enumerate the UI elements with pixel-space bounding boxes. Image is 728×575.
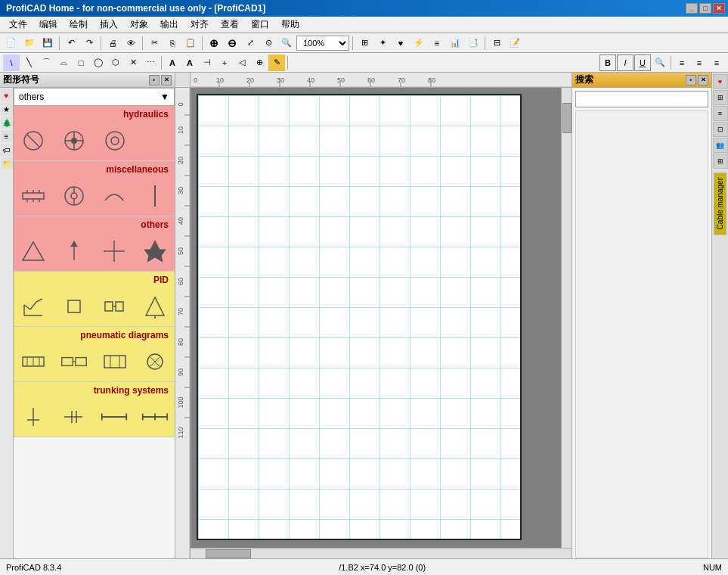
copy-button[interactable]: ⎘	[164, 35, 181, 51]
layer-button[interactable]: ⊟	[488, 35, 505, 51]
bus-tool[interactable]: +	[216, 54, 233, 71]
save-button[interactable]: 💾	[39, 35, 56, 51]
close-button[interactable]: ✕	[713, 3, 725, 14]
zoom-dropdown[interactable]: 100% 50% 75% 150% 200%	[296, 36, 349, 51]
right-tool-3[interactable]: ≡	[713, 106, 728, 121]
preview-button[interactable]: 👁	[122, 35, 139, 51]
symbol-misc-2[interactable]	[60, 182, 88, 210]
menu-file[interactable]: 文件	[3, 17, 33, 33]
line-tool[interactable]: ╲	[20, 54, 37, 71]
curve-tool[interactable]: ⌒	[38, 54, 54, 71]
symbol-trunk-1[interactable]	[20, 403, 47, 430]
rect-tool[interactable]: □	[73, 54, 89, 71]
category-dropdown[interactable]: others ▼	[14, 88, 175, 106]
select-tool[interactable]: \	[3, 54, 20, 71]
symbol-pid-1[interactable]	[20, 293, 47, 320]
right-tool-6[interactable]: ⊞	[713, 154, 728, 169]
symbol-others-4[interactable]	[141, 238, 169, 265]
menu-object[interactable]: 对象	[124, 17, 154, 33]
text-bold[interactable]: A	[181, 54, 198, 71]
symbol-hydraulics-1[interactable]	[20, 127, 47, 154]
symbol-pneu-4[interactable]	[141, 348, 169, 375]
junction-tool[interactable]: ⊕	[251, 54, 268, 71]
maximize-button[interactable]: □	[699, 3, 711, 14]
report-button[interactable]: 📊	[447, 35, 463, 51]
text-tool[interactable]: A	[164, 54, 181, 71]
align-left[interactable]: ≡	[674, 54, 690, 71]
symbol-trunk-4[interactable]	[141, 403, 169, 430]
vertical-scrollbar[interactable]	[561, 88, 572, 548]
scrollbar-thumb-h[interactable]	[206, 549, 251, 558]
zoom-actual-button[interactable]: ⊙	[260, 35, 277, 51]
symbol-misc-4[interactable]	[141, 182, 169, 210]
horizontal-scrollbar[interactable]	[191, 548, 572, 558]
symbol-pid-4[interactable]	[141, 293, 169, 320]
port-tool[interactable]: ◁	[234, 54, 250, 71]
paste-button[interactable]: 📋	[182, 35, 199, 51]
menu-edit[interactable]: 编辑	[33, 17, 64, 33]
menu-view[interactable]: 查看	[215, 17, 245, 33]
panel-close-button[interactable]: ✕	[161, 75, 172, 85]
symbol-pneu-3[interactable]	[101, 348, 129, 375]
symbol-others-2[interactable]	[60, 238, 88, 265]
open-button[interactable]: 📁	[21, 35, 38, 51]
undo-button[interactable]: ↶	[63, 35, 79, 51]
symbol-trunk-2[interactable]	[60, 403, 88, 430]
wire-button[interactable]: ⚡	[410, 35, 427, 51]
menu-align[interactable]: 对齐	[184, 17, 215, 33]
symbol-hydraulics-3[interactable]	[101, 127, 129, 154]
right-tool-2[interactable]: ⊞	[713, 90, 728, 105]
symbol-misc-3[interactable]	[101, 182, 129, 210]
folder-icon[interactable]: 📁	[1, 157, 13, 169]
search-close-button[interactable]: ✕	[698, 75, 708, 85]
polygon-tool[interactable]: ⬡	[107, 54, 124, 71]
menu-draw[interactable]: 绘制	[64, 17, 94, 33]
netlist-button[interactable]: ≡	[429, 35, 445, 51]
cable-manager-tab[interactable]: Cable manager	[714, 172, 726, 235]
symbol-trunk-3[interactable]	[101, 403, 128, 430]
tag-icon[interactable]: 🏷	[1, 144, 13, 156]
symbol-pneu-1[interactable]	[20, 348, 47, 375]
cross-tool[interactable]: ✕	[125, 54, 141, 71]
ellipse-tool[interactable]: ◯	[90, 54, 107, 71]
snap-button[interactable]: ✦	[374, 35, 391, 51]
menu-window[interactable]: 窗口	[245, 17, 275, 33]
zoom-fit-button[interactable]: ⤢	[242, 35, 259, 51]
right-tool-5[interactable]: 👥	[713, 138, 728, 153]
symbol-pid-3[interactable]	[101, 293, 129, 320]
pin-tool[interactable]: ⊣	[199, 54, 215, 71]
search-input[interactable]	[575, 91, 708, 107]
tree-icon[interactable]: 🌲	[1, 117, 13, 129]
grid-button[interactable]: ⊞	[356, 35, 373, 51]
search-pin-button[interactable]: ▪	[686, 75, 696, 85]
symbol-pid-2[interactable]	[60, 293, 88, 320]
align-center[interactable]: ≡	[691, 54, 708, 71]
arc-tool[interactable]: ⌓	[55, 54, 72, 71]
symbol-others-1[interactable]	[20, 238, 47, 265]
format-underline[interactable]: U	[634, 54, 651, 71]
zoom-out-button[interactable]: ⊖	[224, 35, 240, 51]
drawing-canvas[interactable]	[191, 88, 572, 548]
bom-button[interactable]: 📑	[465, 35, 482, 51]
format-search[interactable]: 🔍	[652, 54, 668, 71]
symbol-pneu-2[interactable]	[60, 348, 88, 375]
print-button[interactable]: 🖨	[104, 35, 121, 51]
menu-insert[interactable]: 插入	[94, 17, 124, 33]
symbol-hydraulics-2[interactable]	[60, 127, 88, 154]
list-icon[interactable]: ≡	[1, 130, 13, 142]
format-italic[interactable]: I	[617, 54, 634, 71]
align-right[interactable]: ≡	[708, 54, 725, 71]
wire-tool[interactable]: ⋯	[142, 54, 159, 71]
format-bold[interactable]: B	[599, 54, 616, 71]
symbol-misc-1[interactable]	[20, 182, 47, 210]
cut-button[interactable]: ✂	[146, 35, 163, 51]
menu-output[interactable]: 输出	[154, 17, 184, 33]
menu-help[interactable]: 帮助	[275, 17, 305, 33]
label-tool[interactable]: ✎	[268, 54, 285, 71]
heart-icon[interactable]: ♥	[1, 89, 13, 101]
connect-button[interactable]: ♥	[392, 35, 409, 51]
new-button[interactable]: 📄	[3, 35, 20, 51]
panel-pin-button[interactable]: ▪	[149, 75, 160, 85]
zoom-area-button[interactable]: 🔍	[278, 35, 295, 51]
minimize-button[interactable]: _	[686, 3, 698, 14]
